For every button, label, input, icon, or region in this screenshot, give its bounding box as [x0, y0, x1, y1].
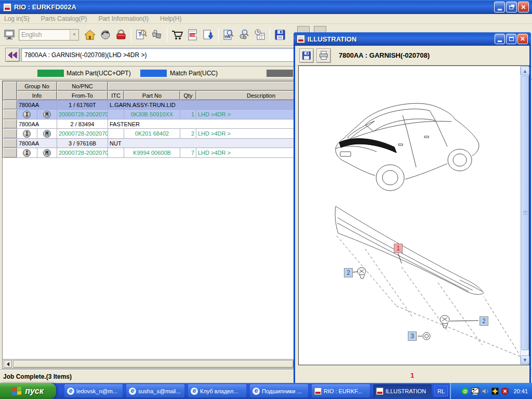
col-itc[interactable]: ITC — [108, 91, 124, 100]
scroll-down-icon[interactable]: ▼ — [521, 355, 529, 364]
memo-button[interactable]: M — [43, 130, 51, 138]
maximize-button[interactable] — [506, 34, 516, 44]
row-selector[interactable] — [3, 129, 17, 139]
menu-help[interactable]: Help(H) — [160, 15, 181, 22]
rotate-parts-icon[interactable] — [98, 26, 113, 43]
col-qty[interactable]: Qty — [180, 91, 196, 100]
row-selector[interactable] — [3, 148, 17, 158]
menu-parts-catalog[interactable]: Parts Catalog(P) — [41, 15, 87, 22]
menu-login[interactable]: Log in(S) — [4, 15, 30, 22]
language-select[interactable]: English ▼ — [19, 29, 79, 41]
chevron-down-icon[interactable]: ▼ — [70, 30, 78, 40]
callout-2-left[interactable]: 2 — [344, 268, 353, 277]
col-info[interactable]: Info — [17, 91, 57, 100]
cell-pnc: 1 / 61760T — [57, 100, 108, 110]
info-button[interactable]: I — [23, 130, 31, 138]
col-part-no[interactable]: Part No — [124, 91, 180, 100]
start-label: пуск — [25, 387, 44, 396]
print-icon[interactable] — [316, 48, 331, 63]
memo-button[interactable]: M — [43, 111, 51, 118]
table-row[interactable]: 7800AA 1 / 61760T L.GARN.ASSY-TRUN.LID — [3, 100, 326, 110]
cell-from-to: 20000728-2002070 — [57, 129, 108, 139]
network-monitor-icon[interactable] — [2, 26, 18, 43]
vin-search-icon[interactable]: VIN — [221, 26, 236, 43]
taskbar-item-bearings[interactable]: e Подшипники ... — [250, 384, 308, 397]
ie-icon: e — [191, 388, 198, 395]
parts-search-icon[interactable] — [236, 26, 252, 43]
icq-icon[interactable]: @ — [461, 388, 469, 395]
minimize-button[interactable] — [494, 2, 505, 12]
taskbar-item-club[interactable]: e Клуб владел... — [188, 384, 246, 397]
callout-2-right[interactable]: 2 — [480, 316, 488, 326]
callout-3[interactable]: 3 — [408, 331, 417, 341]
table-row[interactable]: I M 20000728-2002070 K9994 00600B 7 LHD … — [3, 148, 326, 158]
illustration-toolbar: 7800AA : GARNISH(-020708) — [295, 46, 529, 65]
lock-icon[interactable] — [113, 26, 129, 43]
row-selector[interactable] — [3, 139, 17, 148]
task-label: susha_s@mail... — [138, 388, 180, 394]
start-button[interactable]: пуск — [0, 383, 56, 399]
scrollbar-thumb[interactable] — [521, 76, 529, 350]
home-icon[interactable] — [82, 26, 98, 43]
scan-icon[interactable] — [471, 388, 479, 395]
svg-text:CODE: CODE — [190, 34, 198, 37]
schedule-icon[interactable] — [252, 26, 268, 43]
row-selector-header[interactable] — [3, 82, 17, 100]
table-row[interactable]: 7800AA 2 / 83494 FASTENER — [3, 119, 326, 129]
menu-part-information[interactable]: Part Information(I) — [98, 15, 149, 22]
system-tray: @ 20:41 — [450, 383, 532, 399]
scroll-left-icon[interactable] — [4, 360, 12, 368]
illustration-titlebar[interactable]: ILLUSTRATION ✕ — [294, 32, 531, 46]
back-button[interactable] — [5, 48, 20, 62]
col-group-no[interactable]: Group No — [17, 82, 57, 91]
cell-group: 7800AA — [17, 139, 57, 148]
cart-icon[interactable] — [169, 26, 185, 43]
code-document-icon[interactable]: CODE — [185, 26, 201, 43]
cell-itc — [108, 148, 124, 158]
taskbar-item-rio[interactable]: RIO : EURKF... — [312, 384, 370, 397]
scrollbar-thumb[interactable] — [13, 360, 294, 368]
kia-app-icon — [376, 388, 383, 395]
info-button[interactable]: I — [23, 149, 31, 157]
vertical-scrollbar[interactable]: ▲ ▼ — [520, 66, 529, 365]
save-icon[interactable] — [272, 26, 288, 43]
cell-from-to: 20000728-2002070 — [57, 110, 108, 119]
tray-clock[interactable]: 20:41 — [513, 388, 528, 394]
restore-button[interactable] — [506, 2, 517, 12]
row-selector[interactable] — [3, 110, 17, 119]
hotkey-icon[interactable] — [491, 388, 499, 395]
callout-1[interactable]: 1 — [394, 244, 403, 253]
col-no-pnc[interactable]: No/PNC — [57, 82, 108, 91]
volume-icon[interactable] — [482, 388, 489, 395]
table-row[interactable]: I M 20000728-2002070 0K30B 50910XX 1 LHD… — [3, 110, 326, 119]
main-window-title: RIO : EURKFD002A — [14, 3, 76, 11]
main-titlebar[interactable]: RIO : EURKFD002A ✕ — [0, 0, 532, 14]
language-indicator[interactable]: RL — [434, 385, 448, 396]
col-from-to[interactable]: From-To — [57, 91, 108, 100]
legend-swatch-ucc — [140, 70, 167, 77]
antivirus-shield-icon[interactable] — [501, 388, 509, 395]
status-text: Job Complete.(3 Items) — [3, 373, 72, 380]
taskbar-item-illustration[interactable]: ILLUSTRATION — [374, 384, 432, 397]
parts-icon[interactable] — [149, 26, 165, 43]
memo-button[interactable]: M — [43, 149, 51, 157]
cell-qty: 7 — [180, 148, 196, 158]
row-selector[interactable] — [3, 100, 17, 110]
windows-logo-icon — [12, 387, 22, 396]
cell-qty: 1 — [180, 110, 196, 119]
close-button[interactable]: ✕ — [517, 34, 528, 44]
app-icon — [297, 35, 305, 43]
info-button[interactable]: I — [23, 111, 31, 118]
table-row[interactable]: I M 20000728-2002070 0K201 68402 2 LHD >… — [3, 129, 326, 139]
text-search-icon[interactable]: T — [134, 26, 149, 43]
taskbar-item-mail1[interactable]: e ledovsk_n@m... — [64, 384, 123, 397]
desktop: RIO : EURKFD002A ✕ Log in(S) Parts Catal… — [0, 0, 532, 399]
row-selector[interactable] — [3, 119, 17, 129]
table-row[interactable]: 7800AA 3 / 97616B NUT — [3, 139, 326, 148]
minimize-button[interactable] — [495, 34, 505, 44]
taskbar-item-mail2[interactable]: e susha_s@mail... — [126, 384, 184, 397]
close-button[interactable]: ✕ — [518, 2, 529, 12]
save-icon[interactable] — [299, 48, 314, 63]
scroll-up-icon[interactable]: ▲ — [521, 66, 529, 75]
export-save-icon[interactable] — [201, 26, 216, 43]
